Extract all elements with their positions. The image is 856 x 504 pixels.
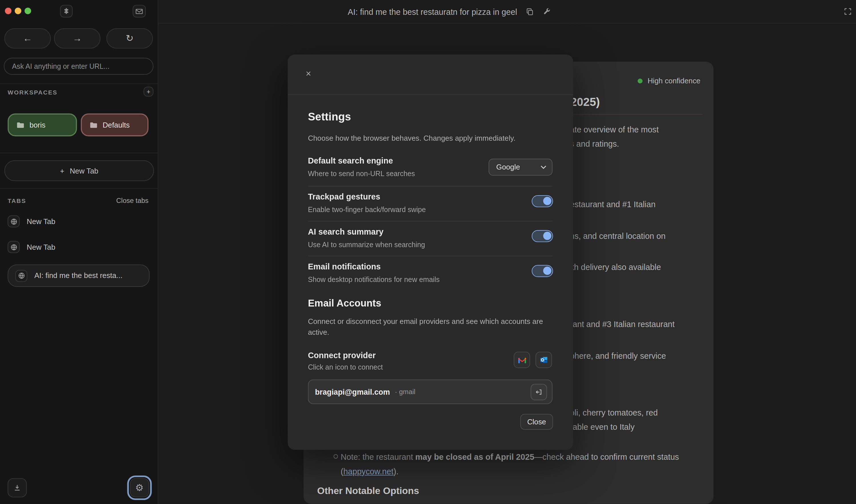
- folder-icon: [89, 121, 98, 128]
- ai-summary-label: AI search summary: [308, 227, 383, 236]
- forward-button[interactable]: →: [54, 28, 100, 49]
- confidence-label: High confidence: [647, 77, 700, 85]
- answer-text-fragment: s and ratings.: [570, 139, 619, 148]
- reload-button[interactable]: ↻: [106, 28, 153, 49]
- extensions-button[interactable]: [60, 5, 72, 17]
- traffic-light-zoom[interactable]: [24, 8, 31, 14]
- tabs-label: TABS: [8, 197, 26, 204]
- note-text: ).: [393, 467, 398, 476]
- close-icon: ×: [306, 69, 311, 79]
- tab-item-1[interactable]: New Tab: [8, 215, 55, 228]
- traffic-light-minimize[interactable]: [15, 8, 21, 14]
- email-account-row: bragiapi@gmail.com · gmail: [308, 380, 552, 404]
- mail-panel-button[interactable]: [133, 5, 146, 17]
- tab-title: New Tab: [27, 217, 55, 226]
- answer-text-fragment: ate overview of the most: [570, 125, 659, 134]
- ai-summary-sub: Use AI to summarize when searching: [308, 240, 425, 249]
- gmail-icon: [517, 356, 526, 364]
- connect-outlook-button[interactable]: [535, 352, 552, 368]
- url-input[interactable]: [4, 58, 153, 75]
- traffic-light-close[interactable]: [5, 8, 12, 14]
- forward-arrow-icon: →: [72, 33, 82, 44]
- new-tab-button[interactable]: + New Tab: [4, 160, 154, 181]
- modal-close-action-button[interactable]: Close: [520, 414, 553, 430]
- note-list-item: Note: the restaurant may be closed as of…: [333, 449, 698, 479]
- disconnect-account-button[interactable]: [531, 384, 547, 400]
- toggle-knob: [543, 232, 551, 240]
- trackpad-gestures-toggle[interactable]: [532, 195, 553, 207]
- ai-summary-toggle[interactable]: [532, 230, 553, 242]
- email-accounts-description: Connect or disconnect your email provide…: [308, 316, 554, 338]
- email-notifications-toggle[interactable]: [532, 265, 553, 277]
- circle-bullet-icon: [333, 454, 338, 458]
- search-engine-select[interactable]: Google: [489, 159, 552, 176]
- logout-icon: [535, 388, 543, 396]
- wrench-icon[interactable]: [543, 7, 551, 16]
- workspace-chip-boris[interactable]: boris: [8, 113, 77, 136]
- outlook-icon: [539, 356, 548, 364]
- connect-gmail-button[interactable]: [514, 352, 530, 368]
- page-title: AI: find me the best restauratn for pizz…: [348, 7, 517, 16]
- download-icon: [13, 484, 21, 492]
- workspace-name: Defaults: [103, 121, 130, 129]
- tab-item-2[interactable]: New Tab: [8, 241, 55, 253]
- tab-title: AI: find me the best resta...: [34, 272, 122, 280]
- divider: [0, 188, 158, 188]
- back-button[interactable]: ←: [4, 28, 51, 49]
- globe-icon: [15, 270, 27, 282]
- workspace-name: boris: [30, 121, 46, 129]
- envelope-icon: [135, 8, 143, 15]
- divider: [308, 221, 552, 221]
- tab-item-active[interactable]: AI: find me the best resta...: [8, 265, 150, 287]
- note-bold: may be closed as of April 2025: [415, 452, 534, 461]
- answer-text-fragment: estaurant and #1 Italian: [570, 199, 656, 209]
- divider: [0, 83, 158, 84]
- downloads-button[interactable]: [8, 478, 27, 498]
- modal-close-button[interactable]: ×: [303, 69, 314, 79]
- toggle-knob: [543, 197, 551, 205]
- tab-title: New Tab: [27, 243, 55, 251]
- titlebar-divider: [158, 23, 856, 23]
- email-accounts-title: Email Accounts: [308, 298, 381, 309]
- globe-icon: [8, 241, 20, 253]
- account-email: bragiapi@gmail.com: [315, 388, 390, 396]
- sidebar: ← → ↻ WORKSPACES + boris Defaults + New …: [0, 0, 158, 504]
- toggle-knob: [543, 267, 551, 275]
- gear-icon: ⚙: [135, 482, 144, 493]
- other-options-heading: Other Notable Options: [317, 485, 419, 497]
- answer-text-fragment: rable even to Italy: [570, 422, 635, 431]
- add-workspace-button[interactable]: +: [144, 87, 153, 96]
- account-provider: · gmail: [395, 388, 415, 396]
- divider: [0, 153, 158, 153]
- workspace-chip-defaults[interactable]: Defaults: [81, 113, 149, 136]
- email-notifications-sub: Show desktop notifications for new email…: [308, 275, 440, 284]
- back-arrow-icon: ←: [23, 33, 32, 44]
- confidence-badge: High confidence: [638, 77, 700, 85]
- answer-text-fragment: ns, and central location on: [570, 231, 666, 240]
- search-engine-label: Default search engine: [308, 156, 393, 165]
- divider: [308, 186, 552, 187]
- search-engine-sub: Where to send non-URL searches: [308, 169, 415, 178]
- plus-icon: +: [60, 167, 64, 175]
- answer-text-fragment: rant and #3 Italian restaurant: [570, 320, 674, 329]
- settings-modal: × Settings Choose how the browser behave…: [288, 55, 573, 450]
- answer-heading-fragment: 2025): [570, 95, 600, 108]
- connect-provider-label: Connect provider: [308, 351, 376, 360]
- happycow-link[interactable]: happycow.net: [343, 467, 393, 476]
- connect-provider-sub: Click an icon to connect: [308, 363, 383, 372]
- trackpad-gestures-sub: Enable two-finger back/forward swipe: [308, 205, 426, 214]
- answer-text-fragment: ith delivery also available: [570, 262, 661, 271]
- copy-icon[interactable]: [526, 7, 534, 16]
- close-tabs-button[interactable]: Close tabs: [116, 197, 149, 205]
- titlebar: AI: find me the best restauratn for pizz…: [348, 0, 551, 23]
- puzzle-icon: [63, 8, 70, 15]
- fullscreen-icon[interactable]: [843, 7, 852, 16]
- answer-text-fragment: phere, and friendly service: [570, 351, 666, 360]
- reload-icon: ↻: [126, 33, 133, 44]
- workspaces-label: WORKSPACES: [8, 89, 57, 95]
- answer-text-fragment: oli, cherry tomatoes, red: [570, 408, 658, 417]
- trackpad-gestures-label: Trackpad gestures: [308, 192, 380, 201]
- globe-icon: [8, 215, 20, 228]
- plus-icon: +: [147, 88, 150, 96]
- settings-button[interactable]: ⚙: [130, 478, 149, 498]
